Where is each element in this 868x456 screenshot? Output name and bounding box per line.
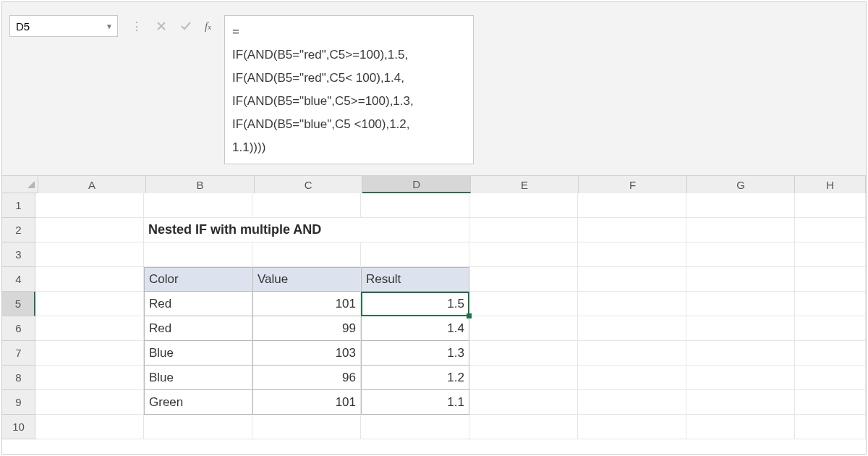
cell-G3[interactable] bbox=[686, 242, 795, 267]
cell-A5[interactable] bbox=[35, 292, 144, 316]
cell-C6[interactable]: 99 bbox=[252, 316, 361, 341]
col-header-D[interactable]: D bbox=[362, 176, 471, 193]
cell-D8[interactable]: 1.2 bbox=[361, 366, 469, 390]
cell-E4[interactable] bbox=[469, 267, 578, 292]
cell-A10[interactable] bbox=[35, 415, 144, 439]
table-header-color[interactable]: Color bbox=[144, 267, 252, 292]
cell-F6[interactable] bbox=[578, 316, 686, 341]
cell-F1[interactable] bbox=[578, 193, 686, 218]
name-box[interactable]: D5 ▼ bbox=[9, 15, 118, 37]
cell-E7[interactable] bbox=[469, 341, 578, 366]
cell-E8[interactable] bbox=[469, 366, 578, 390]
cell-D10[interactable] bbox=[361, 415, 469, 439]
cell-D6[interactable]: 1.4 bbox=[361, 316, 469, 341]
cell-F3[interactable] bbox=[578, 242, 686, 267]
cell-C3[interactable] bbox=[252, 242, 361, 267]
cell-F7[interactable] bbox=[578, 341, 686, 366]
cell-F10[interactable] bbox=[578, 415, 686, 439]
col-header-G[interactable]: G bbox=[687, 176, 796, 193]
row-header-5[interactable]: 5 bbox=[2, 292, 35, 316]
col-header-E[interactable]: E bbox=[471, 176, 579, 193]
cell-H6[interactable] bbox=[795, 316, 866, 341]
cell-C9[interactable]: 101 bbox=[252, 390, 361, 415]
cell-B7[interactable]: Blue bbox=[144, 341, 252, 366]
cell-B10[interactable] bbox=[144, 415, 252, 439]
cell-D3[interactable] bbox=[361, 242, 469, 267]
cell-D9[interactable]: 1.1 bbox=[361, 390, 469, 415]
row-header-7[interactable]: 7 bbox=[2, 341, 35, 366]
cell-G7[interactable] bbox=[686, 341, 795, 366]
cell-E6[interactable] bbox=[469, 316, 578, 341]
col-header-H[interactable]: H bbox=[795, 176, 866, 193]
cell-H3[interactable] bbox=[795, 242, 866, 267]
cell-G10[interactable] bbox=[686, 415, 795, 439]
cell-G4[interactable] bbox=[686, 267, 795, 292]
cell-A7[interactable] bbox=[35, 341, 144, 366]
row-header-6[interactable]: 6 bbox=[2, 316, 35, 341]
col-header-C[interactable]: C bbox=[255, 176, 363, 193]
cell-G9[interactable] bbox=[686, 390, 795, 415]
table-header-result[interactable]: Result bbox=[361, 267, 469, 292]
cell-G2[interactable] bbox=[686, 218, 795, 242]
row-header-2[interactable]: 2 bbox=[2, 218, 35, 242]
cell-H2[interactable] bbox=[795, 218, 866, 242]
cell-F8[interactable] bbox=[578, 366, 686, 390]
cell-E1[interactable] bbox=[469, 193, 578, 218]
cell-D1[interactable] bbox=[361, 193, 469, 218]
cell-D7[interactable]: 1.3 bbox=[361, 341, 469, 366]
cell-E9[interactable] bbox=[469, 390, 578, 415]
cell-H5[interactable] bbox=[795, 292, 866, 316]
formula-bar-input[interactable]: = IF(AND(B5="red",C5>=100),1.5, IF(AND(B… bbox=[224, 15, 474, 164]
cell-A8[interactable] bbox=[35, 366, 144, 390]
cell-B3[interactable] bbox=[144, 242, 252, 267]
cell-C7[interactable]: 103 bbox=[252, 341, 361, 366]
row-header-1[interactable]: 1 bbox=[2, 193, 35, 218]
cell-A1[interactable] bbox=[35, 193, 144, 218]
fx-icon[interactable]: fx bbox=[205, 20, 211, 33]
cell-B2-title[interactable]: Nested IF with multiple AND bbox=[144, 218, 469, 242]
cell-A4[interactable] bbox=[35, 267, 144, 292]
cell-A6[interactable] bbox=[35, 316, 144, 341]
cell-G1[interactable] bbox=[686, 193, 795, 218]
cell-G8[interactable] bbox=[686, 366, 795, 390]
cell-A2[interactable] bbox=[35, 218, 144, 242]
cell-C1[interactable] bbox=[252, 193, 361, 218]
cancel-icon[interactable] bbox=[156, 20, 167, 32]
enter-check-icon[interactable] bbox=[180, 20, 192, 32]
cell-F4[interactable] bbox=[578, 267, 686, 292]
cell-E5[interactable] bbox=[469, 292, 578, 316]
cells-area[interactable]: Nested IF with multiple AND bbox=[35, 193, 866, 454]
cell-C10[interactable] bbox=[252, 415, 361, 439]
cell-E2[interactable] bbox=[469, 218, 578, 242]
cell-A9[interactable] bbox=[35, 390, 144, 415]
cell-H9[interactable] bbox=[795, 390, 866, 415]
cell-H1[interactable] bbox=[795, 193, 866, 218]
row-header-8[interactable]: 8 bbox=[2, 366, 35, 390]
cell-C8[interactable]: 96 bbox=[252, 366, 361, 390]
cell-B5[interactable]: Red bbox=[144, 292, 252, 316]
cell-C5[interactable]: 101 bbox=[252, 292, 361, 316]
cell-B9[interactable]: Green bbox=[144, 390, 252, 415]
cell-A3[interactable] bbox=[35, 242, 144, 267]
cell-H10[interactable] bbox=[795, 415, 866, 439]
cell-E10[interactable] bbox=[469, 415, 578, 439]
col-header-F[interactable]: F bbox=[579, 176, 687, 193]
cell-F5[interactable] bbox=[578, 292, 686, 316]
row-header-10[interactable]: 10 bbox=[2, 415, 35, 439]
table-header-value[interactable]: Value bbox=[252, 267, 361, 292]
cell-H7[interactable] bbox=[795, 341, 866, 366]
cell-D5[interactable]: 1.5 bbox=[361, 292, 469, 316]
row-header-3[interactable]: 3 bbox=[2, 242, 35, 267]
cell-B1[interactable] bbox=[144, 193, 252, 218]
cell-G5[interactable] bbox=[686, 292, 795, 316]
select-all-triangle[interactable] bbox=[2, 176, 38, 193]
cell-B6[interactable]: Red bbox=[144, 316, 252, 341]
row-header-9[interactable]: 9 bbox=[2, 390, 35, 415]
col-header-A[interactable]: A bbox=[38, 176, 147, 193]
cell-F9[interactable] bbox=[578, 390, 686, 415]
chevron-down-icon[interactable]: ▼ bbox=[106, 22, 113, 30]
cell-H8[interactable] bbox=[795, 366, 866, 390]
cell-G6[interactable] bbox=[686, 316, 795, 341]
col-header-B[interactable]: B bbox=[146, 176, 255, 193]
cell-B8[interactable]: Blue bbox=[144, 366, 252, 390]
